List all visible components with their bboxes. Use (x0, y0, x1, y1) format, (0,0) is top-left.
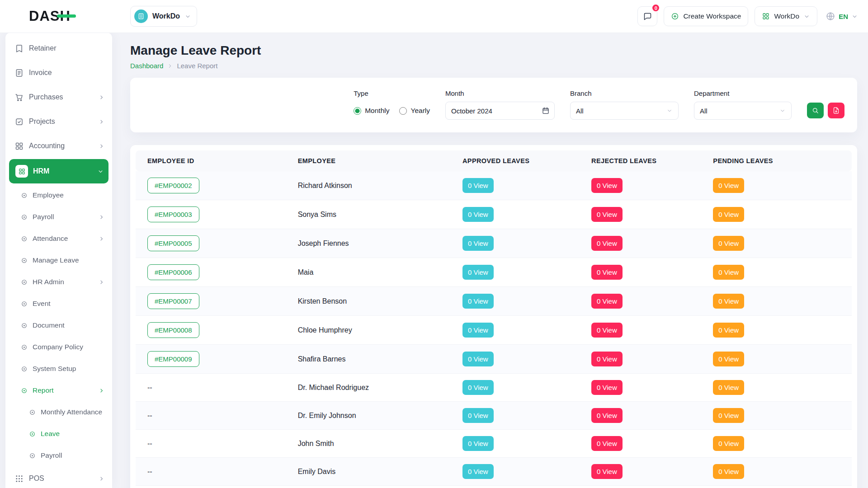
rejected-leaves-button[interactable]: 0 View (591, 236, 623, 251)
approved-leaves-button[interactable]: 0 View (462, 236, 494, 251)
sidebar-item-retainer[interactable]: Retainer (8, 36, 109, 61)
chevron-right-icon (98, 475, 105, 482)
circle-icon (29, 409, 36, 416)
sidebar-item-event[interactable]: Event (8, 293, 109, 314)
employee-id-button[interactable]: #EMP00007 (147, 293, 199, 309)
sidebar-item-label: HR Admin (33, 278, 93, 286)
sidebar-item-label: POS (29, 474, 93, 483)
sidebar-item-accounting[interactable]: Accounting (8, 134, 109, 158)
column-header-employee: EMPLOYEE (286, 150, 451, 171)
rejected-leaves-button[interactable]: 0 View (591, 464, 623, 479)
department-filter: Department All (694, 89, 792, 120)
circle-icon (21, 192, 28, 199)
approved-leaves-button[interactable]: 0 View (462, 323, 494, 338)
circle-icon (21, 322, 28, 329)
employee-id-button[interactable]: #EMP00006 (147, 264, 199, 280)
table-row: #EMP00009Shafira Barnes0 View0 View0 Vie… (136, 345, 852, 374)
pending-leaves-button[interactable]: 0 View (713, 294, 744, 309)
sidebar-item-label: Purchases (29, 93, 93, 101)
rejected-leaves-button[interactable]: 0 View (591, 178, 623, 193)
sidebar-item-attendance[interactable]: Attendance (8, 228, 109, 249)
approved-leaves-button[interactable]: 0 View (462, 178, 494, 193)
circle-icon (21, 300, 28, 307)
pending-leaves-button[interactable]: 0 View (713, 352, 744, 366)
sidebar-item-label: Retainer (29, 44, 105, 52)
employee-id-button[interactable]: #EMP00005 (147, 235, 199, 251)
radio-monthly-label: Monthly (365, 107, 389, 115)
sidebar-item-pos[interactable]: POS (8, 466, 109, 488)
sidebar-item-company-policy[interactable]: Company Policy (8, 336, 109, 358)
radio-monthly-input[interactable] (354, 107, 361, 115)
rejected-leaves-button[interactable]: 0 View (591, 352, 623, 366)
sidebar-item-manage-leave[interactable]: Manage Leave (8, 249, 109, 271)
sidebar-item-payroll[interactable]: Payroll (8, 445, 109, 466)
sidebar-item-projects[interactable]: Projects (8, 109, 109, 134)
create-workspace-button[interactable]: Create Workspace (664, 6, 748, 26)
approved-leaves-button[interactable]: 0 View (462, 352, 494, 366)
employee-id-button[interactable]: #EMP00008 (147, 322, 199, 338)
employee-id-button[interactable]: #EMP00002 (147, 178, 199, 193)
approved-leaves-button[interactable]: 0 View (462, 436, 494, 451)
sidebar-item-system-setup[interactable]: System Setup (8, 358, 109, 380)
employee-id-button[interactable]: #EMP00009 (147, 351, 199, 367)
table-row: #EMP00003Sonya Sims0 View0 View0 View (136, 200, 852, 229)
employee-name: Shafira Barnes (298, 355, 346, 363)
department-select[interactable]: All (694, 102, 792, 120)
pending-leaves-button[interactable]: 0 View (713, 436, 744, 451)
workspace-switcher-button[interactable]: WorkDo (130, 6, 197, 27)
search-button[interactable] (807, 103, 824, 118)
radio-monthly[interactable]: Monthly (354, 107, 389, 115)
month-input[interactable] (445, 102, 555, 120)
sidebar-item-leave[interactable]: Leave (8, 423, 109, 445)
sidebar-item-hrm[interactable]: HRM (9, 159, 108, 183)
radio-yearly-input[interactable] (399, 107, 407, 115)
sidebar-item-purchases[interactable]: Purchases (8, 85, 109, 109)
sidebar-item-hr-admin[interactable]: HR Admin (8, 271, 109, 293)
sidebar: RetainerInvoicePurchasesProjectsAccounti… (5, 33, 112, 488)
rejected-leaves-button[interactable]: 0 View (591, 294, 623, 309)
approved-leaves-button[interactable]: 0 View (462, 265, 494, 280)
pending-leaves-button[interactable]: 0 View (713, 464, 744, 479)
approved-leaves-button[interactable]: 0 View (462, 380, 494, 395)
rejected-leaves-button[interactable]: 0 View (591, 207, 623, 222)
approved-leaves-button[interactable]: 0 View (462, 294, 494, 309)
pending-leaves-button[interactable]: 0 View (713, 178, 744, 193)
pending-leaves-button[interactable]: 0 View (713, 380, 744, 395)
rejected-leaves-button[interactable]: 0 View (591, 408, 623, 423)
sidebar-item-employee[interactable]: Employee (8, 184, 109, 206)
workspace-avatar (134, 9, 148, 23)
pending-leaves-button[interactable]: 0 View (713, 323, 744, 338)
sidebar-item-document[interactable]: Document (8, 314, 109, 336)
approved-leaves-button[interactable]: 0 View (462, 207, 494, 222)
pending-leaves-button[interactable]: 0 View (713, 207, 744, 222)
language-selector[interactable]: EN (824, 11, 860, 21)
employee-id-button[interactable]: #EMP00003 (147, 206, 199, 222)
pending-leaves-button[interactable]: 0 View (713, 265, 744, 280)
page-title: Manage Leave Report (130, 43, 857, 58)
rejected-leaves-button[interactable]: 0 View (591, 436, 623, 451)
pending-leaves-button[interactable]: 0 View (713, 408, 744, 423)
messages-button[interactable]: 0 (637, 6, 657, 26)
rejected-leaves-button[interactable]: 0 View (591, 380, 623, 395)
approved-leaves-button[interactable]: 0 View (462, 408, 494, 423)
brand-logo-accent (57, 14, 76, 18)
globe-icon (826, 11, 835, 21)
sidebar-item-report[interactable]: Report (8, 380, 109, 401)
sidebar-item-payroll[interactable]: Payroll (8, 206, 109, 228)
sidebar-item-monthly-attendance[interactable]: Monthly Attendance (8, 401, 109, 423)
brand-logo[interactable]: DASH (0, 8, 130, 24)
leave-report-table: EMPLOYEE ID EMPLOYEE APPROVED LEAVES REJ… (136, 150, 852, 488)
radio-yearly[interactable]: Yearly (399, 107, 430, 115)
table-row: --Dr. Michael Rodriguez0 View0 View0 Vie… (136, 374, 852, 402)
workspace-dropdown-button[interactable]: WorkDo (755, 6, 817, 26)
pending-leaves-button[interactable]: 0 View (713, 236, 744, 251)
branch-select[interactable]: All (570, 102, 679, 120)
breadcrumb-dashboard-link[interactable]: Dashboard (130, 62, 163, 70)
sidebar-item-invoice[interactable]: Invoice (8, 61, 109, 85)
circle-icon (29, 452, 36, 459)
export-button[interactable] (828, 103, 844, 118)
approved-leaves-button[interactable]: 0 View (462, 464, 494, 479)
rejected-leaves-button[interactable]: 0 View (591, 265, 623, 280)
rejected-leaves-button[interactable]: 0 View (591, 323, 623, 338)
radio-yearly-label: Yearly (410, 107, 430, 115)
